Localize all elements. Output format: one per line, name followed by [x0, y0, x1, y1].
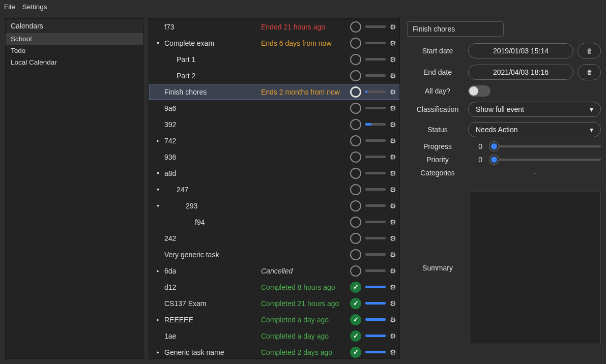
menu-settings[interactable]: Settings: [22, 3, 47, 11]
twisty-collapsed-icon[interactable]: ▸: [154, 267, 161, 275]
gear-icon[interactable]: ⚙: [390, 137, 396, 145]
status-dropdown[interactable]: Needs Action ▾: [468, 122, 601, 137]
status-ring-icon[interactable]: [350, 168, 361, 179]
task-row[interactable]: ▾247⚙: [149, 181, 399, 198]
classification-dropdown[interactable]: Show full event ▾: [468, 102, 601, 117]
task-row[interactable]: Finish choresEnds 2 months from now⚙: [149, 84, 399, 100]
task-row[interactable]: ▾Complete examEnds 6 days from now⚙: [149, 35, 399, 51]
check-circle-icon[interactable]: [350, 330, 361, 342]
sidebar-item[interactable]: Local Calendar: [6, 56, 143, 68]
check-circle-icon[interactable]: [350, 298, 361, 309]
gear-icon[interactable]: ⚙: [390, 267, 396, 275]
task-row[interactable]: ▾a8d⚙: [149, 165, 399, 181]
twisty-expanded-icon[interactable]: ▾: [154, 186, 161, 193]
end-date-button[interactable]: 2021/04/03 18:16: [468, 65, 573, 80]
gear-icon[interactable]: ⚙: [390, 153, 396, 161]
task-title: Finish chores: [164, 88, 207, 96]
sidebar-item[interactable]: Todo: [6, 45, 143, 56]
twisty-placeholder: [154, 88, 161, 96]
twisty-placeholder: [154, 235, 161, 242]
task-row[interactable]: 936⚙: [149, 149, 399, 165]
task-row[interactable]: f94⚙: [149, 214, 399, 230]
task-title: 392: [164, 120, 176, 129]
status-ring-icon[interactable]: [350, 119, 361, 130]
gear-icon[interactable]: ⚙: [390, 283, 396, 291]
check-circle-icon[interactable]: [350, 347, 361, 358]
status-ring-icon[interactable]: [350, 135, 361, 146]
status-ring-icon[interactable]: [350, 217, 361, 228]
start-date-button[interactable]: 2019/01/03 15:14: [468, 43, 573, 58]
chevron-down-icon: ▾: [590, 126, 593, 134]
task-row[interactable]: ▸Generic task nameCompleted 2 days ago⚙: [149, 344, 399, 359]
gear-icon[interactable]: ⚙: [390, 72, 396, 80]
sidebar-item[interactable]: School: [6, 33, 143, 45]
task-title: 742: [164, 137, 176, 145]
twisty-expanded-icon[interactable]: ▾: [154, 40, 161, 47]
status-ring-icon[interactable]: [350, 21, 361, 33]
twisty-placeholder: [154, 332, 161, 340]
status-ring-icon[interactable]: [350, 103, 361, 114]
status-ring-icon[interactable]: [350, 151, 361, 163]
twisty-expanded-icon[interactable]: ▾: [154, 170, 161, 177]
status-ring-icon[interactable]: [350, 86, 361, 98]
status-ring-icon[interactable]: [350, 70, 361, 81]
gear-icon[interactable]: ⚙: [390, 348, 396, 356]
all-day-toggle[interactable]: [468, 85, 490, 97]
twisty-collapsed-icon[interactable]: ▸: [154, 316, 161, 323]
task-list[interactable]: f73Ended 21 hours ago⚙▾Complete examEnds…: [149, 18, 400, 359]
gear-icon[interactable]: ⚙: [390, 23, 396, 31]
task-row[interactable]: 242⚙: [149, 230, 399, 247]
task-row[interactable]: d12Completed 8 hours ago⚙: [149, 279, 399, 295]
task-row[interactable]: 1aeCompleted a day ago⚙: [149, 328, 399, 344]
task-row[interactable]: Part 1⚙: [149, 51, 399, 68]
gear-icon[interactable]: ⚙: [390, 332, 396, 340]
status-ring-icon[interactable]: [350, 265, 361, 277]
gear-icon[interactable]: ⚙: [390, 104, 396, 112]
task-title: f94: [195, 218, 205, 226]
task-progress-bar: [365, 90, 386, 93]
check-circle-icon[interactable]: [350, 314, 361, 325]
gear-icon[interactable]: ⚙: [390, 55, 396, 64]
gear-icon[interactable]: ⚙: [390, 120, 396, 129]
check-circle-icon[interactable]: [350, 282, 361, 293]
gear-icon[interactable]: ⚙: [390, 186, 396, 194]
task-row[interactable]: Part 2⚙: [149, 68, 399, 84]
status-ring-icon[interactable]: [350, 233, 361, 244]
status-ring-icon[interactable]: [350, 54, 361, 65]
delete-end-date-button[interactable]: [578, 64, 601, 80]
task-row[interactable]: ▸742⚙: [149, 133, 399, 149]
twisty-expanded-icon[interactable]: ▾: [154, 202, 161, 209]
gear-icon[interactable]: ⚙: [390, 169, 396, 177]
gear-icon[interactable]: ⚙: [390, 218, 396, 226]
task-title-input[interactable]: [407, 21, 504, 37]
task-row[interactable]: ▸REEEEECompleted a day ago⚙: [149, 312, 399, 328]
task-row[interactable]: ▸6daCancelled⚙: [149, 263, 399, 279]
gear-icon[interactable]: ⚙: [390, 39, 396, 47]
gear-icon[interactable]: ⚙: [390, 316, 396, 324]
delete-start-date-button[interactable]: [578, 43, 601, 59]
gear-icon[interactable]: ⚙: [390, 299, 396, 308]
gear-icon[interactable]: ⚙: [390, 234, 396, 242]
task-row[interactable]: CS137 ExamCompleted 21 hours ago⚙: [149, 295, 399, 312]
gear-icon[interactable]: ⚙: [390, 88, 396, 96]
task-title: d12: [164, 283, 176, 291]
task-row[interactable]: Very generic task⚙: [149, 247, 399, 263]
task-row[interactable]: f73Ended 21 hours ago⚙: [149, 19, 399, 35]
gear-icon[interactable]: ⚙: [390, 202, 396, 210]
status-ring-icon[interactable]: [350, 249, 361, 260]
menu-file[interactable]: File: [4, 3, 15, 11]
task-row[interactable]: 392⚙: [149, 116, 399, 133]
task-row[interactable]: 9a6⚙: [149, 100, 399, 116]
status-ring-icon[interactable]: [350, 38, 361, 49]
progress-slider[interactable]: [492, 145, 601, 147]
task-progress-bar: [365, 58, 386, 60]
summary-textarea[interactable]: [470, 192, 601, 344]
priority-slider[interactable]: [492, 159, 601, 161]
twisty-collapsed-icon[interactable]: ▸: [154, 349, 161, 356]
task-row[interactable]: ▾293⚙: [149, 198, 399, 214]
status-ring-icon[interactable]: [350, 200, 361, 211]
categories-value[interactable]: -: [468, 169, 601, 177]
gear-icon[interactable]: ⚙: [390, 251, 396, 259]
status-ring-icon[interactable]: [350, 184, 361, 195]
twisty-collapsed-icon[interactable]: ▸: [154, 137, 161, 144]
